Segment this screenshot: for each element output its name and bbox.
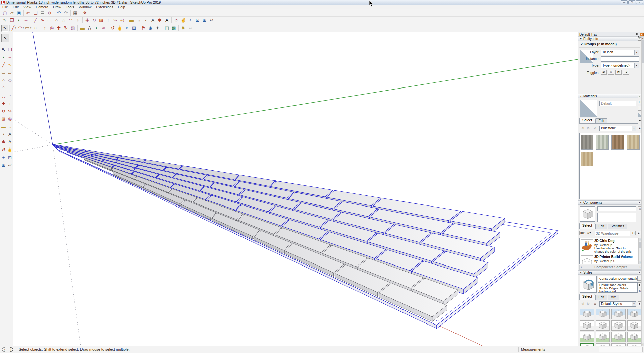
materials-header[interactable]: ▼ Materials ✕ [578, 94, 644, 98]
tape-measure-button[interactable]: ▬ [0, 123, 7, 130]
style-thumb[interactable] [611, 343, 626, 346]
rectangle-button[interactable]: ▭ [0, 69, 7, 76]
style-thumb[interactable] [627, 343, 641, 346]
move-button[interactable]: ✚ [55, 25, 62, 32]
restore-button[interactable]: ▢ [628, 0, 635, 4]
select-button[interactable]: ↖ [1, 34, 9, 42]
close-button[interactable]: ✕ [636, 0, 643, 4]
style-thumb[interactable] [611, 320, 626, 331]
menu-view[interactable]: View [21, 5, 34, 9]
back-arrow-icon[interactable]: ◁ [580, 301, 585, 306]
style-thumb[interactable] [580, 309, 594, 319]
material-swatch-bluestone-4[interactable] [627, 135, 640, 150]
layer-select[interactable]: 18 inch ▼ [601, 50, 639, 55]
save-button[interactable]: ▣ [15, 10, 22, 16]
chevron-down-icon[interactable]: ▼ [30, 27, 32, 29]
forward-arrow-icon[interactable]: ▷ [586, 301, 591, 306]
component-name-input[interactable] [597, 206, 636, 211]
eraser-button[interactable]: ▰ [7, 53, 13, 61]
style-thumb[interactable] [596, 332, 610, 342]
offset-button[interactable]: ◎ [48, 25, 55, 32]
components-tab-statistics[interactable]: Statistics [608, 224, 627, 229]
component-title[interactable]: 3D Printer Build Volume [594, 255, 633, 259]
protractor-button[interactable]: ◖ [0, 130, 7, 138]
eraser-button[interactable]: ▰ [22, 17, 30, 24]
pan-button[interactable]: ✌ [7, 146, 13, 154]
materials-close-button[interactable]: ✕ [638, 95, 641, 98]
in-model-home-icon[interactable]: ⌂ [593, 125, 598, 130]
orbit-button[interactable]: ↺ [109, 25, 116, 32]
dimension-button[interactable]: ↔ [135, 17, 142, 24]
walk-button[interactable]: ✦ [154, 25, 161, 32]
follow-me-button[interactable]: ↪ [7, 107, 13, 115]
zoom-extents-button[interactable]: ⊞ [201, 17, 208, 24]
move-button[interactable]: ✚ [0, 100, 7, 107]
paste-button[interactable]: ▤ [39, 10, 46, 16]
style-thumb[interactable] [611, 332, 626, 342]
chevron-down-icon[interactable]: ▼ [632, 302, 636, 306]
menu-extensions[interactable]: Extensions [94, 5, 115, 9]
new-button[interactable]: ▢ [1, 10, 8, 16]
erase-button[interactable]: ⊘ [46, 10, 53, 16]
style-thumb[interactable] [580, 332, 594, 342]
style-thumb[interactable] [611, 309, 626, 319]
select-button[interactable]: ↖ [1, 25, 8, 32]
move-button[interactable]: ✚ [84, 17, 91, 24]
menu-draw[interactable]: Draw [51, 5, 64, 9]
zoom-button[interactable]: ⌖ [187, 17, 194, 24]
type-select[interactable]: Type: <undefined> ▼ [601, 63, 639, 68]
material-swatch-bluestone-2[interactable] [596, 135, 609, 150]
text-button[interactable]: A [7, 130, 13, 138]
style-thumb[interactable] [627, 332, 641, 342]
section-plane-button[interactable]: ◫ [163, 25, 170, 32]
material-name-input[interactable] [599, 101, 636, 106]
tray-title-bar[interactable]: Default Tray ✕ [578, 32, 644, 37]
styles-header[interactable]: ▼ Styles ✕ [578, 270, 644, 275]
freehand-button[interactable]: ∿ [39, 17, 46, 24]
style-thumb[interactable] [596, 343, 610, 346]
two-point-arc-button[interactable]: ⌒ [7, 84, 13, 92]
previous-view-button[interactable]: ↩ [7, 161, 13, 169]
style-thumb[interactable] [596, 309, 610, 319]
scale-button[interactable]: ▨ [98, 17, 105, 24]
rectangle-button[interactable]: ▭ [46, 17, 53, 24]
menu-window[interactable]: Window [76, 5, 94, 9]
protractor-button[interactable]: ◖ [142, 17, 149, 24]
freehand-button[interactable]: ∿ [7, 61, 13, 69]
zoom-window-button[interactable]: ⊡ [194, 17, 201, 24]
three-point-arc-button[interactable]: ◡ [0, 92, 7, 100]
rectangle-button[interactable]: ▭▼ [25, 25, 32, 32]
orbit-button[interactable]: ↺ [173, 17, 180, 24]
zoom-extents-button[interactable]: ⊞ [130, 25, 138, 32]
style-name[interactable]: Construction Documentation St [598, 276, 638, 281]
copy-button[interactable]: ❏ [32, 10, 39, 16]
dimension-button[interactable]: ↔ [7, 123, 13, 130]
geolocation-icon[interactable]: ? [2, 347, 6, 352]
material-swatch-bluestone-1[interactable] [581, 135, 593, 150]
rotate-button[interactable]: ↻ [0, 107, 7, 115]
push-pull-button[interactable]: ↑ [7, 100, 13, 107]
component-item[interactable]: 2D Girls Dogby SketchUpUse the Interact … [580, 238, 633, 254]
menu-edit[interactable]: Edit [10, 5, 21, 9]
search-icon[interactable]: ⊙ [631, 231, 636, 235]
paint-bucket-button[interactable]: ◗ [15, 17, 22, 24]
scroll-down-icon[interactable]: ▼ [642, 343, 644, 346]
styles-tab-edit[interactable]: Edit [595, 295, 607, 300]
styles-close-button[interactable]: ✕ [638, 271, 641, 274]
make-component-button[interactable]: ❒ [8, 17, 15, 24]
push-pull-button[interactable]: ↑ [41, 25, 48, 32]
eraser-button[interactable]: ▰ [100, 25, 107, 32]
line-button[interactable]: ╱▼ [11, 25, 18, 32]
style-thumb[interactable] [627, 320, 641, 331]
components-tab-edit[interactable]: Edit [595, 224, 607, 229]
materials-tab-edit[interactable]: Edit [595, 118, 607, 123]
paint-bucket-button[interactable]: ◗ [0, 53, 7, 61]
undo-button[interactable]: ↶ [55, 10, 62, 16]
previous-view-button[interactable]: ↩ [208, 17, 215, 24]
offset-button[interactable]: ◎ [7, 115, 13, 123]
select-button[interactable]: ↖ [1, 17, 8, 24]
view-options-icon[interactable]: ▦▾ [579, 231, 585, 235]
component-desc-box[interactable] [597, 213, 636, 222]
circle-button[interactable]: ○ [32, 25, 39, 32]
in-model-home-icon[interactable]: ⌂ [593, 301, 598, 306]
